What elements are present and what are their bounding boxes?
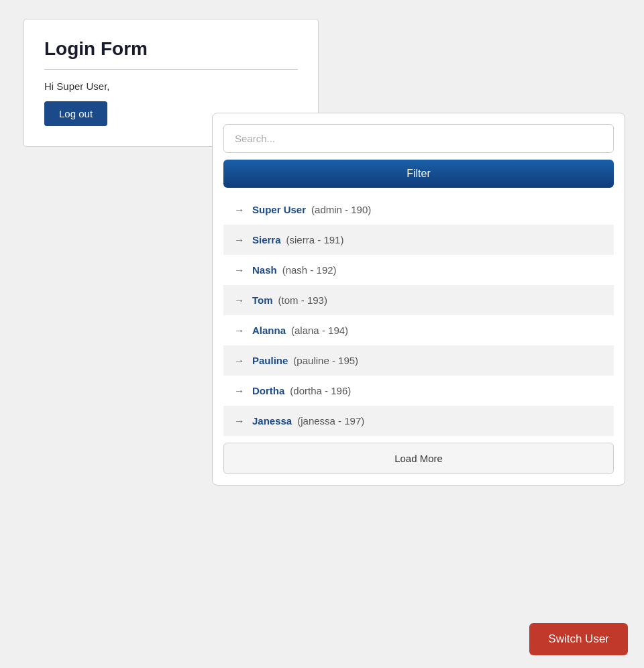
user-detail: (dortha - 196): [290, 385, 351, 396]
user-name: Sierra: [252, 234, 281, 245]
login-form-title: Login Form: [44, 38, 298, 60]
user-detail: (nash - 192): [282, 264, 337, 276]
user-name: Dortha: [252, 385, 284, 396]
list-item[interactable]: → Sierra (sierra - 191): [223, 225, 614, 255]
list-item[interactable]: → Nash (nash - 192): [223, 255, 614, 285]
user-list: → Super User (admin - 190) → Sierra (sie…: [223, 194, 614, 436]
login-form-greeting: Hi Super User,: [44, 80, 298, 92]
list-item[interactable]: → Janessa (janessa - 197): [223, 406, 614, 436]
load-more-button[interactable]: Load More: [223, 443, 614, 474]
user-detail: (alana - 194): [291, 325, 348, 336]
user-detail: (pauline - 195): [293, 355, 358, 366]
user-name: Tom: [252, 294, 273, 306]
arrow-icon: →: [234, 385, 244, 396]
arrow-icon: →: [234, 204, 244, 215]
arrow-icon: →: [234, 264, 244, 276]
user-name: Super User: [252, 204, 306, 215]
user-detail: (tom - 193): [278, 294, 327, 306]
form-divider: [44, 69, 298, 70]
list-item[interactable]: → Tom (tom - 193): [223, 285, 614, 315]
switch-user-button[interactable]: Switch User: [529, 623, 628, 655]
arrow-icon: →: [234, 355, 244, 366]
logout-button[interactable]: Log out: [44, 101, 107, 126]
user-detail: (admin - 190): [311, 204, 371, 215]
arrow-icon: →: [234, 415, 244, 427]
user-name: Alanna: [252, 325, 286, 336]
arrow-icon: →: [234, 294, 244, 306]
list-item[interactable]: → Alanna (alana - 194): [223, 315, 614, 345]
user-switcher-panel: Filter → Super User (admin - 190) → Sier…: [212, 113, 625, 486]
list-item[interactable]: → Pauline (pauline - 195): [223, 345, 614, 376]
user-name: Nash: [252, 264, 277, 276]
list-item[interactable]: → Super User (admin - 190): [223, 194, 614, 225]
filter-button[interactable]: Filter: [223, 160, 614, 188]
search-input[interactable]: [223, 124, 614, 153]
user-detail: (sierra - 191): [286, 234, 344, 245]
arrow-icon: →: [234, 234, 244, 245]
user-name: Janessa: [252, 415, 292, 427]
arrow-icon: →: [234, 325, 244, 336]
user-detail: (janessa - 197): [297, 415, 364, 427]
user-name: Pauline: [252, 355, 288, 366]
list-item[interactable]: → Dortha (dortha - 196): [223, 376, 614, 406]
